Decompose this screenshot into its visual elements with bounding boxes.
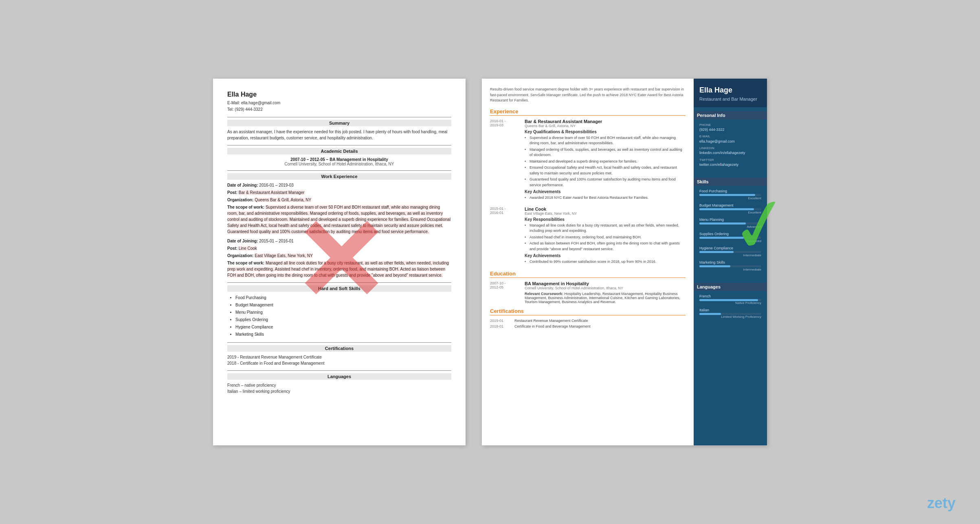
skill-row-3: Supplies Ordering Advanced xyxy=(699,232,761,243)
skill-item: Budget Management xyxy=(235,302,451,309)
job1-achieve-title: Key Achievements xyxy=(525,189,686,194)
plain-resume: ✕ Ella Hage E-Mail: ella.hage@gmail.com … xyxy=(213,79,466,445)
summary-text: As an assistant manager, I have the expe… xyxy=(227,129,451,141)
work1-scope-label: The scope of work: xyxy=(227,205,264,209)
edu-school: Cornell University, School of Hotel Admi… xyxy=(525,286,686,290)
plain-contact: E-Mail: ella.hage@gmail.com Tel: (929) 4… xyxy=(227,100,451,113)
skills-sidebar-title: Skills xyxy=(694,178,767,186)
education-header: Education xyxy=(490,271,686,278)
skill-bar-bg-1 xyxy=(699,208,761,210)
skill-bar-fill-4 xyxy=(699,251,734,253)
skill-row-4: Hygiene Compliance Intermediate xyxy=(699,246,761,257)
job2-dates: 2015-01 - 2016-01 xyxy=(490,207,521,215)
work1-post-row: Post: Bar & Restaurant Assistant Manager xyxy=(227,189,451,196)
phone-contact: Phone (929) 444-3322 xyxy=(699,123,761,132)
main-content: Results-driven food service management d… xyxy=(482,79,694,445)
job2-details: Line Cook East Village Eats, New York, N… xyxy=(525,207,686,265)
personal-info-title: Personal Info xyxy=(694,111,767,119)
edu-details: BA Management in Hospitality Cornell Uni… xyxy=(525,281,686,304)
job1-company: Queens Bar & Grill, Astoria, NY xyxy=(525,124,686,128)
job1-bullet-3: Maintained and developed a superb dining… xyxy=(525,159,686,165)
skills-list: Food Purchasing Budget Management Menu P… xyxy=(227,294,451,338)
work1-date-row: Date of Joining: 2016-01 – 2019-03 xyxy=(227,182,451,188)
skill-name-3: Supplies Ordering xyxy=(699,232,761,236)
skill-item: Hygiene Compliance xyxy=(235,324,451,331)
linkedin-contact: LinkedIn linkedin.com/in/ellahagezety xyxy=(699,146,761,156)
cert-header: Certifications xyxy=(490,308,686,315)
skill-row-0: Food Purchasing Excellent xyxy=(699,189,761,200)
work2-org-label: Organization: xyxy=(227,253,253,258)
lang-title: Languages xyxy=(227,373,451,380)
modern-resume: ✓ Results-driven food service management… xyxy=(482,79,767,445)
twitter-contact: Twitter twitter.com/ellahagezety xyxy=(699,158,761,167)
skill-name-0: Food Purchasing xyxy=(699,189,761,193)
skill-bar-bg-0 xyxy=(699,194,761,196)
skill-bar-bg-2 xyxy=(699,222,761,225)
skill-level-1: Excellent xyxy=(699,211,761,214)
sidebar-header: Ella Hage Restaurant and Bar Manager xyxy=(694,79,767,107)
job1-achieve-1: Awarded 2018 NYC Eater Award for Best As… xyxy=(525,195,686,201)
work1-org-row: Organization: Queens Bar & Grill, Astori… xyxy=(227,197,451,203)
skill-row-5: Marketing Skills Intermediate xyxy=(699,260,761,271)
skill-bar-fill-1 xyxy=(699,208,754,210)
job1-title: Bar & Restaurant Assistant Manager xyxy=(525,119,686,124)
job1-bullet-2: Managed ordering of foods, supplies, and… xyxy=(525,147,686,158)
work2-scope-row: The scope of work: Managed all line cook… xyxy=(227,260,451,278)
cert1-date: 2019-01 xyxy=(490,319,510,323)
lang-level-0: Native Proficiency xyxy=(699,301,761,305)
academic-title: Academic Details xyxy=(227,148,451,154)
lang-row-0: French Native Proficiency xyxy=(699,294,761,305)
skill-level-0: Excellent xyxy=(699,196,761,200)
sidebar: Ella Hage Restaurant and Bar Manager Per… xyxy=(694,79,767,445)
skill-name-2: Menu Planning xyxy=(699,218,761,222)
summary-title: Summary xyxy=(227,120,451,126)
lang-row-1: Italian Limited Working Proficiency xyxy=(699,308,761,319)
personal-info-section: Personal Info Phone (929) 444-3322 E-mai… xyxy=(694,107,767,174)
zety-watermark: zety xyxy=(927,495,956,512)
cert2: 2018 - Certificate in Food and Beverage … xyxy=(227,360,451,366)
skill-bar-bg-4 xyxy=(699,251,761,253)
job2-title: Line Cook xyxy=(525,207,686,211)
work2-post: Line Cook xyxy=(239,246,257,251)
edu-degree: BA Management in Hospitality xyxy=(525,281,686,286)
email-contact: E-mail ella.hage@gmail.com xyxy=(699,134,761,144)
languages-section: Languages French Native Proficiency Ital… xyxy=(694,279,767,326)
skill-bar-fill-5 xyxy=(699,265,730,267)
skill-row-2: Menu Planning Advanced xyxy=(699,218,761,229)
work2-date: 2015-01 – 2016-01 xyxy=(259,239,294,243)
academic-dates: 2007-10 – 2012-05 – xyxy=(290,157,328,162)
edu-entry: 2007-10 - 2012-05 BA Management in Hospi… xyxy=(490,281,686,304)
skill-level-5: Intermediate xyxy=(699,268,761,271)
cert-entry-1: 2019-01 Restaurant Revenue Management Ce… xyxy=(490,319,686,323)
work2-org-row: Organization: East Village Eats, New Yor… xyxy=(227,253,451,259)
email-label: E-Mail: xyxy=(227,101,240,105)
skill-level-2: Advanced xyxy=(699,225,761,229)
intro-text: Results-driven food service management d… xyxy=(490,87,686,103)
skill-bar-bg-5 xyxy=(699,265,761,267)
coursework-label: Relevant Coursework: xyxy=(525,292,563,296)
job2-achieve-1: Contributed to 99% customer satisfaction… xyxy=(525,259,686,265)
tel-label: Tel: xyxy=(227,107,234,112)
edu-coursework: Relevant Coursework: Hospitality Leaders… xyxy=(525,292,686,304)
job2-qual-title: Key Responsibilities xyxy=(525,217,686,222)
work1-date-label: Date of Joining: xyxy=(227,183,258,187)
work-title: Work Experience xyxy=(227,173,451,180)
skill-name-1: Budget Management xyxy=(699,203,761,207)
work2-date-row: Date of Joining: 2015-01 – 2016-01 xyxy=(227,238,451,244)
academic-degree: BA Management in Hospitality xyxy=(330,157,388,162)
skill-bar-fill-2 xyxy=(699,222,746,225)
job2-bullet-1: Managed all line cook duties for a busy … xyxy=(525,223,686,234)
lang2: Italian – limited working proficiency xyxy=(227,388,451,394)
job2-bullet-2: Assisted head chef in inventory, orderin… xyxy=(525,235,686,240)
work1-date: 2016-01 – 2019-03 xyxy=(259,183,294,187)
skill-bar-fill-0 xyxy=(699,194,755,196)
work2-scope-label: The scope of work: xyxy=(227,261,264,265)
job1-dates: 2016-01 - 2019-03 xyxy=(490,119,521,127)
lang-name-0: French xyxy=(699,294,761,298)
skill-item: Supplies Ordering xyxy=(235,316,451,324)
skill-bar-fill-3 xyxy=(699,237,744,239)
cert1: 2019 - Restaurant Revenue Management Cer… xyxy=(227,354,451,360)
skill-bar-bg-3 xyxy=(699,237,761,239)
job-entry-2: 2015-01 - 2016-01 Line Cook East Village… xyxy=(490,207,686,266)
job1-bullet-5: Guaranteed food quality and 100% custome… xyxy=(525,177,686,188)
